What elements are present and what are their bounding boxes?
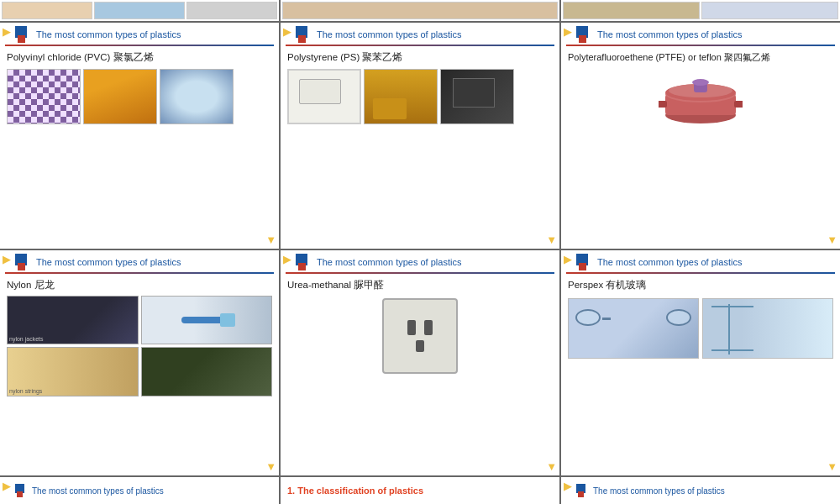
logo-b3 [576, 484, 590, 497]
classification-text: 1. The classification of plastics [287, 486, 423, 496]
nylon-img-rope: nylon strings [7, 347, 139, 396]
pvc-img-2 [83, 69, 157, 124]
svg-rect-7 [659, 101, 667, 108]
logo-pvc [15, 26, 32, 43]
slide-arrow-tl-nylon: ▶ [3, 253, 11, 265]
slide-content-ptfe: Polyterafluoroethene (PTFE) or teflon 聚四… [561, 46, 840, 249]
top-strip-img-3 [186, 2, 277, 19]
perspex-img-goggles [568, 298, 699, 359]
logo-perspex [576, 254, 593, 270]
slide-title-ptfe: The most common types of plastics [597, 29, 742, 39]
slide-content-pvc: Polyvinyl chloride (PVC) 聚氯乙烯 [0, 46, 279, 249]
slide-nylon: ▶ The most common types of plastics Nylo… [0, 250, 279, 476]
slide-arrow-tl: ▶ [3, 25, 11, 38]
slide-arrow-br: ▼ [265, 234, 276, 246]
nylon-img-bag [141, 347, 273, 396]
logo-b1 [15, 484, 29, 497]
slide-title-pvc: The most common types of plastics [36, 29, 181, 39]
slide-header-ps: The most common types of plastics [281, 23, 559, 45]
slide-bottom-1: ▶ The most common types of plastics [0, 477, 279, 504]
ps-img-2 [364, 69, 438, 124]
ps-img-3 [440, 69, 514, 124]
logo-ptfe [576, 26, 593, 43]
svg-rect-8 [734, 101, 743, 108]
logo-ps [296, 26, 312, 43]
slide-header-nylon: The most common types of plastics [0, 250, 279, 272]
top-strip-img-r1 [563, 2, 700, 19]
ptfe-img-pot [659, 69, 743, 140]
slide-perspex: ▶ The most common types of plastics Pers… [561, 250, 840, 476]
pvc-img-1 [7, 69, 81, 124]
svg-point-6 [692, 79, 709, 86]
urea-img-socket [382, 298, 458, 374]
plastic-name-pvc: Polyvinyl chloride (PVC) 聚氯乙烯 [7, 51, 272, 64]
slide-header-pvc: The most common types of plastics [0, 23, 279, 45]
slide-bottom-2: 1. The classification of plastics [281, 477, 559, 504]
slide-header-perspex: The most common types of plastics [561, 250, 840, 272]
logo-urea [296, 254, 312, 270]
slide-arrow-br-ptfe: ▼ [827, 234, 837, 246]
slide-arrow-tl-ps: ▶ [283, 25, 291, 38]
ps-img-1 [287, 69, 361, 124]
slide-title-nylon: The most common types of plastics [36, 257, 181, 267]
slide-arrow-tl-perspex: ▶ [564, 253, 572, 265]
slide-bottom-3: ▶ The most common types of plastics [561, 477, 840, 504]
perspex-img-glass [702, 298, 833, 359]
slide-content-urea: Urea-methanal 脲甲醛 [281, 274, 559, 476]
slide-urea: ▶ The most common types of plastics Urea… [281, 250, 559, 476]
slide-header-ptfe: The most common types of plastics [561, 23, 840, 45]
slide-title-b1: The most common types of plastics [32, 486, 164, 496]
slide-title-urea: The most common types of plastics [317, 257, 461, 267]
logo-nylon [15, 254, 32, 270]
slide-ps: ▶ The most common types of plastics Poly… [281, 23, 559, 249]
slide-content-perspex: Perspex 有机玻璃 [561, 274, 840, 476]
slide-arrow-br-perspex: ▼ [827, 460, 837, 473]
pvc-img-3 [160, 69, 234, 124]
slide-arrow-br-urea: ▼ [546, 460, 557, 473]
slide-title-perspex: The most common types of plastics [597, 257, 742, 267]
plastic-name-ps: Polystyrene (PS) 聚苯乙烯 [287, 51, 553, 64]
slide-title-ps: The most common types of plastics [317, 29, 461, 39]
slide-content-nylon: Nylon 尼龙 nylon jackets nylon strings [0, 274, 279, 476]
top-strip-img-r2 [701, 2, 838, 19]
slide-arrow-tl-ptfe: ▶ [564, 25, 572, 38]
nylon-img-brush [141, 296, 273, 345]
slide-arrow-br-nylon: ▼ [265, 460, 276, 473]
slide-arrow-tl-urea: ▶ [283, 253, 291, 265]
slide-ptfe: ▶ The most common types of plastics Poly… [561, 23, 840, 249]
slide-arrow-tl-b3: ▶ [564, 480, 572, 492]
slide-arrow-tl-b1: ▶ [3, 480, 11, 492]
plastic-name-perspex: Perspex 有机玻璃 [568, 279, 833, 291]
top-strip-center [282, 2, 558, 19]
plastic-name-urea: Urea-methanal 脲甲醛 [287, 279, 384, 291]
slide-content-ps: Polystyrene (PS) 聚苯乙烯 [281, 46, 559, 249]
slide-header-urea: The most common types of plastics [281, 250, 559, 272]
nylon-img-jacket: nylon jackets [7, 296, 139, 345]
slide-title-b3: The most common types of plastics [593, 486, 725, 496]
plastic-name-nylon: Nylon 尼龙 [7, 279, 272, 291]
slide-pvc: ▶ The most common types of plastics Poly… [0, 23, 279, 249]
top-strip-img-2 [94, 2, 185, 19]
plastic-name-ptfe: Polyterafluoroethene (PTFE) or teflon 聚四… [568, 51, 770, 64]
slide-arrow-br-ps: ▼ [546, 234, 557, 246]
top-strip-img-1 [2, 2, 92, 19]
